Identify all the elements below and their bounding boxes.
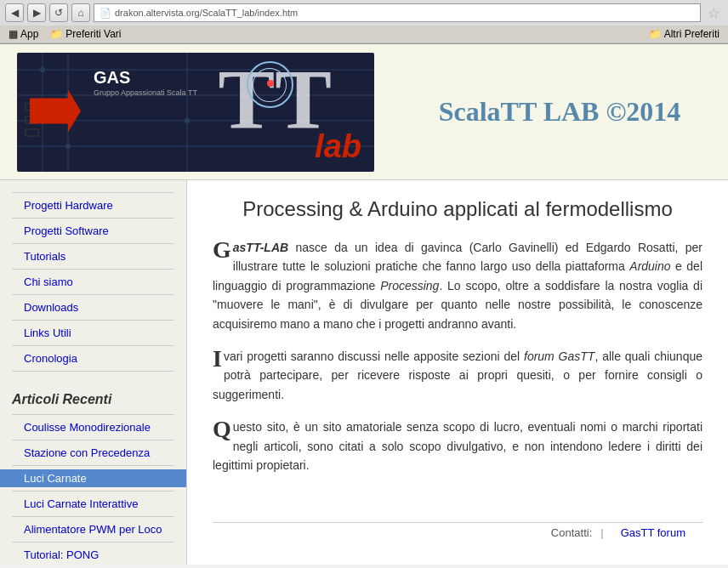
atom-dot [267, 80, 274, 87]
articoli-recenti-title: Articoli Recenti [0, 385, 186, 411]
browser-chrome: ◀ ▶ ↺ ⌂ 📄 drakon.altervista.org/ScalaTT_… [0, 0, 728, 44]
gastt-lab-bold: asTT-LAB [233, 241, 288, 254]
sidebar-nav: Progetti Hardware Progetti Software Tuto… [0, 192, 186, 372]
sidebar-divider-r4 [12, 516, 174, 517]
site-header: GAS Gruppo Appassionati Scala TT TT lab … [0, 44, 728, 180]
address-bar[interactable]: 📄 drakon.altervista.org/ScalaTT_lab/inde… [94, 3, 701, 22]
folder-icon: 📁 [50, 28, 63, 40]
sidebar-item-chi-siamo[interactable]: Chi siamo [0, 273, 186, 291]
drop-cap-1: G [213, 238, 231, 262]
arrow-svg [30, 89, 81, 132]
logo-image: GAS Gruppo Appassionati Scala TT TT lab [17, 53, 374, 172]
svg-point-10 [65, 144, 71, 149]
apps-icon: ▦ [9, 28, 18, 40]
page: GAS Gruppo Appassionati Scala TT TT lab … [0, 44, 728, 565]
bookmark-apps[interactable]: ▦ App [5, 27, 42, 41]
svg-marker-14 [30, 89, 81, 132]
sidebar-item-progetti-software[interactable]: Progetti Software [0, 222, 186, 240]
sidebar-divider-7 [12, 371, 174, 372]
url-text: drakon.altervista.org/ScalaTT_lab/index.… [115, 8, 298, 18]
sidebar-item-progetti-hardware[interactable]: Progetti Hardware [0, 196, 186, 214]
red-arrow [30, 89, 81, 134]
sidebar-divider-6 [12, 345, 174, 346]
sidebar-item-cronologia[interactable]: Cronologia [0, 349, 186, 367]
sidebar-divider-3 [12, 269, 174, 270]
content-wrapper: Progetti Hardware Progetti Software Tuto… [0, 180, 728, 565]
preferiti-label: Preferiti Vari [65, 28, 121, 40]
sidebar-item-downloads[interactable]: Downloads [0, 298, 186, 316]
sidebar-divider-2 [12, 243, 174, 244]
page-icon: 📄 [100, 8, 111, 19]
sidebar-divider-4 [12, 294, 174, 295]
sidebar-divider-recent [12, 414, 174, 415]
contatti-label: Contatti: [551, 526, 592, 539]
altri-label: Altri Preferiti [664, 28, 719, 40]
sidebar-item-luci-carnate-int[interactable]: Luci Carnate Interattive [0, 495, 186, 513]
svg-point-9 [185, 118, 190, 123]
page-title: Processing & Arduino applicati al fermod… [213, 197, 702, 221]
forum-text: forum GasTT [524, 349, 594, 363]
group-label: Gruppo Appassionati Scala TT [94, 88, 197, 97]
bookmark-altri[interactable]: 📁 Altri Preferiti [646, 27, 723, 41]
apps-label: App [20, 28, 38, 40]
gastt-forum-link[interactable]: GasTT forum [621, 526, 685, 539]
site-title-area: ScalaTT LAB ©2014 [408, 96, 711, 128]
folder-icon-2: 📁 [649, 28, 662, 40]
main-content: Processing & Arduino applicati al fermod… [187, 180, 728, 565]
page-footer: Contatti: | GasTT forum [213, 522, 702, 542]
sidebar-item-coulisse[interactable]: Coulisse Monodirezionale [0, 418, 186, 436]
arduino-italic: Arduino [629, 259, 670, 273]
sidebar-divider-1 [12, 218, 174, 219]
bookmarks-bar: ▦ App 📁 Preferiti Vari 📁 Altri Preferiti [0, 26, 728, 43]
bookmark-star[interactable]: ☆ [704, 3, 723, 22]
lab-label: lab [315, 128, 361, 165]
forward-button[interactable]: ▶ [27, 3, 46, 22]
sidebar-divider-r1 [12, 440, 174, 440]
drop-cap-2: I [213, 347, 222, 371]
sidebar-item-stazione[interactable]: Stazione con Precedenza [0, 444, 186, 462]
sidebar-divider-r2 [12, 465, 174, 466]
sidebar-divider-r5 [12, 542, 174, 542]
svg-point-7 [40, 67, 45, 72]
refresh-button[interactable]: ↺ [49, 3, 68, 22]
paragraph-3: Questo sito, è un sito amatoriale senza … [213, 417, 702, 474]
site-title: ScalaTT LAB ©2014 [408, 96, 711, 128]
sidebar-item-tutorial-pong[interactable]: Tutorial: PONG [0, 546, 186, 564]
drop-cap-3: Q [213, 417, 231, 441]
logo-area: GAS Gruppo Appassionati Scala TT TT lab [17, 53, 408, 172]
paragraph-2: I vari progetti saranno discussi nelle a… [213, 347, 702, 404]
sidebar-divider-r3 [12, 491, 174, 491]
gas-label: GAS [94, 68, 130, 88]
paragraph-1: GasTT-LAB nasce da un idea di gavinca (C… [213, 238, 702, 333]
sidebar-divider-5 [12, 320, 174, 321]
processing-italic: Processing [380, 279, 439, 293]
home-button[interactable]: ⌂ [71, 3, 90, 22]
browser-toolbar: ◀ ▶ ↺ ⌂ 📄 drakon.altervista.org/ScalaTT_… [0, 0, 728, 26]
sidebar-item-tutorials[interactable]: Tutorials [0, 247, 186, 265]
sidebar-item-links-utili[interactable]: Links Utili [0, 324, 186, 342]
sidebar: Progetti Hardware Progetti Software Tuto… [0, 180, 187, 565]
footer-divider: | [600, 526, 603, 539]
sidebar-divider-top [12, 192, 174, 193]
sidebar-item-luci-carnate[interactable]: Luci Carnate [0, 469, 186, 487]
sidebar-item-alimentatore[interactable]: Alimentatore PWM per Loco [0, 520, 186, 538]
back-button[interactable]: ◀ [5, 3, 24, 22]
bookmark-preferiti[interactable]: 📁 Preferiti Vari [47, 27, 124, 41]
